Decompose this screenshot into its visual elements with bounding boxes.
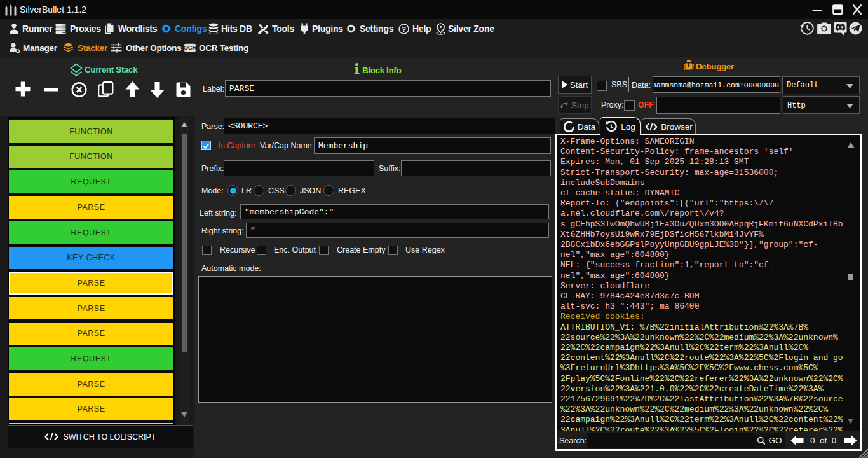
svg-text:?: ?	[402, 25, 406, 32]
svg-text:OCR: OCR	[184, 44, 196, 51]
